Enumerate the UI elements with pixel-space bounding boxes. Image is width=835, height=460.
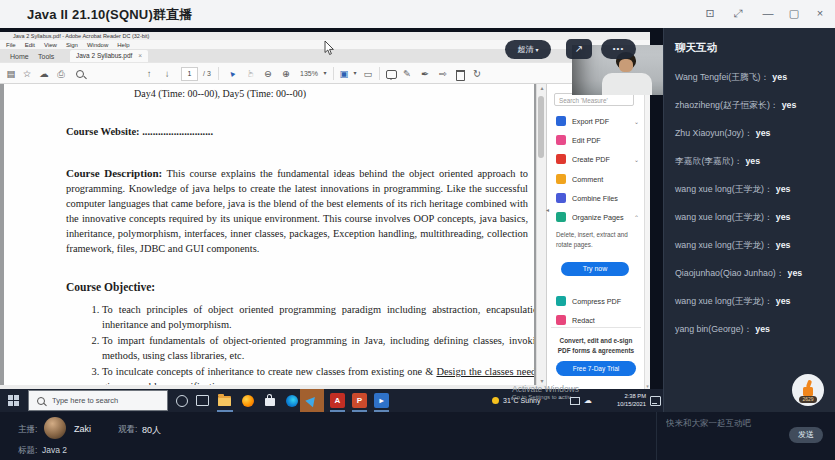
search-icon	[37, 397, 45, 405]
firefox-icon[interactable]	[237, 389, 258, 412]
acrobat-taskbar-icon[interactable]: A	[330, 393, 345, 408]
store-icon[interactable]	[259, 389, 280, 412]
tool-redact[interactable]: Redact	[556, 314, 640, 326]
cortana-icon[interactable]	[171, 389, 192, 412]
chevron-down-icon: ⌄	[634, 118, 639, 125]
rotate-icon[interactable]: ↻	[470, 63, 484, 84]
page-number-input[interactable]: 1	[181, 67, 198, 81]
tray-cloud-icon[interactable]: ☁	[584, 389, 592, 412]
menu-help[interactable]: Help	[117, 42, 129, 48]
print-icon[interactable]: ⎙	[54, 63, 68, 84]
tool-compress-pdf[interactable]: Compress PDF	[556, 295, 640, 307]
page-up-icon[interactable]: ↑	[142, 63, 156, 84]
fit-width-icon[interactable]: ▣	[337, 63, 351, 84]
menu-edit[interactable]: Edit	[25, 42, 35, 48]
chat-sender: zhaoziheng(赵子恒家长)	[675, 100, 770, 110]
taskbar-search-input[interactable]	[50, 395, 164, 406]
create-pdf-icon	[556, 154, 566, 164]
menu-view[interactable]: View	[44, 42, 57, 48]
chevron-down-icon: ⌄	[634, 156, 639, 163]
taskbar-clock[interactable]: 2:38 PM 10/15/2021	[598, 393, 646, 408]
windows-logo-icon	[14, 401, 19, 406]
chat-sender: Zhu Xiaoyun(Joy)	[675, 128, 744, 138]
host-avatar[interactable]	[44, 417, 66, 439]
search-icon[interactable]	[76, 70, 84, 78]
doc-description-heading: Course Description:	[66, 167, 162, 179]
select-tool-icon[interactable]: ▲	[224, 63, 240, 84]
menu-sign[interactable]: Sign	[66, 42, 78, 48]
quality-select-button[interactable]: 超清 ▾	[505, 40, 551, 59]
try-now-button[interactable]: Try now	[561, 262, 629, 276]
task-view-icon[interactable]	[192, 389, 213, 412]
taskbar-search[interactable]	[28, 390, 168, 411]
panel-collapse-icon[interactable]: ◂	[546, 206, 549, 213]
tab-document[interactable]: Java 2 Syllabus.pdf ×	[70, 50, 148, 62]
tool-combine-files[interactable]: Combine Files	[556, 192, 640, 204]
chat-sender: wang xue long(王学龙)	[675, 240, 764, 250]
minimize-icon[interactable]: —	[758, 7, 778, 19]
fullscreen-icon[interactable]: ⤢	[728, 7, 748, 20]
share-button[interactable]: ↗	[566, 39, 592, 59]
file-explorer-icon[interactable]	[214, 389, 235, 412]
zoom-caret-icon[interactable]: ▾	[320, 63, 330, 84]
combine-files-icon	[556, 193, 566, 203]
page-down-icon[interactable]: ↓	[160, 63, 174, 84]
panel-promo-text: Convert, edit and e-sign PDF forms & agr…	[554, 336, 638, 355]
menu-file[interactable]: File	[6, 42, 16, 48]
tool-edit-pdf[interactable]: Edit PDF	[556, 134, 640, 146]
chat-text: yes	[782, 100, 797, 110]
tab-close-icon[interactable]: ×	[138, 52, 142, 59]
reading-mode-icon[interactable]: ▭	[361, 63, 375, 84]
free-trial-button[interactable]: Free 7-Day Trial	[556, 361, 636, 376]
zoom-out-icon[interactable]: ⊖	[260, 63, 276, 84]
edge-icon[interactable]	[281, 389, 302, 412]
monitor-glyph	[570, 397, 580, 405]
divider	[379, 67, 380, 80]
activate-windows-watermark-sub: Go to Settings to activ	[512, 394, 571, 400]
fit-caret-icon[interactable]: ▾	[350, 63, 360, 84]
like-button[interactable]: 2629	[792, 374, 824, 406]
divider	[218, 67, 219, 80]
like-count-badge: 2629	[799, 396, 817, 403]
tool-create-pdf[interactable]: Create PDF⌄	[556, 153, 640, 165]
powerpoint-icon[interactable]: P	[352, 393, 367, 408]
chevron-up-icon: ⌃	[634, 214, 639, 221]
action-center-glyph	[650, 396, 661, 406]
cloud-upload-icon[interactable]: ☁	[37, 63, 51, 84]
close-icon[interactable]: ×	[810, 7, 830, 19]
save-icon[interactable]: ▤	[4, 63, 18, 84]
scrollbar-thumb[interactable]	[538, 96, 544, 158]
trash-icon[interactable]	[456, 70, 465, 81]
highlight-pencil-icon[interactable]: ✎	[400, 63, 414, 84]
tab-tools[interactable]: Tools	[38, 51, 54, 62]
tool-comment[interactable]: Comment	[556, 173, 640, 185]
streaming-app-icon-active[interactable]	[300, 389, 324, 412]
mini-window-icon[interactable]: ⊡	[700, 7, 720, 20]
chat-text: yes	[776, 212, 791, 222]
send-button[interactable]: 发送	[789, 427, 823, 443]
divider	[333, 67, 334, 80]
action-center-icon[interactable]	[648, 389, 662, 412]
chat-text: yes	[745, 156, 760, 166]
video-app-icon[interactable]: ▸	[374, 393, 389, 408]
comment-icon[interactable]	[386, 70, 397, 79]
fill-sign-icon[interactable]: ✒	[418, 63, 432, 84]
chat-message-list: Wang Tengfei(王腾飞)：yes zhaoziheng(赵子恒家长)：…	[675, 73, 833, 353]
more-options-button[interactable]: •••	[601, 39, 636, 59]
comment-tool-icon	[556, 174, 566, 184]
chat-input[interactable]	[664, 417, 783, 429]
hand-tool-icon[interactable]: ☞	[242, 63, 258, 84]
tool-organize-pages[interactable]: Organize Pages⌃	[556, 211, 640, 223]
zoom-level-select[interactable]: 135%	[297, 63, 321, 84]
tab-home[interactable]: Home	[10, 51, 29, 62]
zoom-in-icon[interactable]: ⊕	[278, 63, 294, 84]
star-icon[interactable]: ☆	[20, 63, 34, 84]
menu-window[interactable]: Window	[87, 42, 108, 48]
tool-export-pdf[interactable]: Export PDF⌄	[556, 115, 640, 127]
maximize-icon[interactable]: ▢	[784, 7, 804, 20]
panel-scrollbar[interactable]: ▴ ▾	[644, 84, 650, 389]
tool-label: Redact	[572, 316, 595, 325]
start-button[interactable]	[8, 395, 20, 407]
send-file-icon[interactable]: ⇨	[436, 63, 450, 84]
doc-website-line: Course Website: ........................…	[66, 126, 213, 137]
